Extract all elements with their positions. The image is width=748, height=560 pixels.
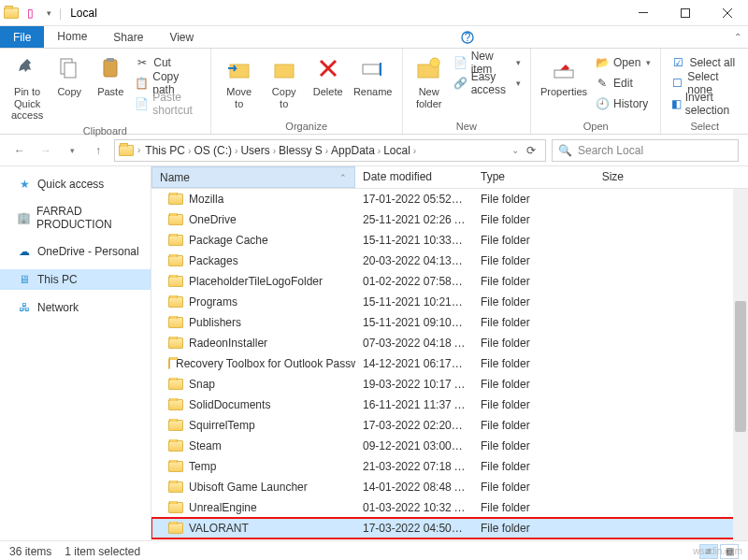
maximize-button[interactable] [664, 0, 706, 26]
table-row[interactable]: SquirrelTemp17-03-2022 02:20 PMFile fold… [151, 415, 748, 436]
table-row[interactable]: Package Cache15-11-2021 10:33 PMFile fol… [151, 230, 748, 251]
svg-rect-8 [230, 65, 249, 78]
easy-access-button[interactable]: 🔗Easy access▾ [453, 74, 521, 93]
table-row[interactable]: VALORANT17-03-2022 04:50 PMFile folder [151, 518, 748, 538]
copy-to-button[interactable]: Copy to [262, 51, 307, 119]
easy-access-icon: 🔗 [453, 76, 468, 91]
svg-rect-7 [107, 58, 114, 62]
select-none-button[interactable]: ☐Select none [670, 74, 739, 93]
column-type[interactable]: Type [473, 166, 567, 188]
move-to-button[interactable]: Move to [217, 51, 262, 119]
forward-button[interactable]: → [36, 140, 56, 161]
up-button[interactable]: ↑ [88, 140, 108, 161]
close-button[interactable] [706, 0, 748, 26]
table-row[interactable]: Snap19-03-2022 10:17 AMFile folder [151, 374, 748, 395]
network-icon: 🖧 [17, 300, 32, 315]
svg-rect-0 [639, 12, 648, 13]
table-row[interactable]: PlaceholderTileLogoFolder01-02-2022 07:5… [151, 271, 748, 292]
select-all-button[interactable]: ☑Select all [670, 53, 739, 72]
qat-item-icon[interactable]: ▯ [22, 5, 38, 22]
group-new: New folder 📄New item▾ 🔗Easy access▾ New [403, 49, 531, 134]
folder-icon [168, 399, 183, 410]
table-row[interactable]: Temp21-03-2022 07:18 AMFile folder [151, 456, 748, 477]
column-date[interactable]: Date modified [355, 166, 473, 188]
recent-locations-button[interactable]: ▾ [62, 140, 82, 161]
scrollbar[interactable] [733, 189, 748, 540]
help-button[interactable]: ? [453, 26, 482, 48]
svg-text:?: ? [464, 31, 470, 44]
svg-rect-1 [681, 8, 689, 17]
table-row[interactable]: OneDrive25-11-2021 02:26 AMFile folder [151, 209, 748, 230]
scrollbar-thumb[interactable] [735, 301, 746, 432]
qat-dropdown-icon[interactable]: ▾ [40, 5, 57, 22]
sidebar-quick-access[interactable]: ★Quick access [0, 174, 151, 194]
folder-icon [168, 523, 183, 534]
breadcrumb-segment[interactable]: OS (C:) [191, 144, 235, 157]
status-selected-count: 1 item selected [65, 545, 140, 558]
sidebar-network[interactable]: 🖧Network [0, 297, 151, 318]
copy-path-button[interactable]: 📋Copy path [135, 74, 200, 93]
edit-button[interactable]: ✎Edit [595, 74, 651, 93]
ribbon: Pin to Quick access Copy Paste ✂Cut 📋Cop… [0, 49, 748, 135]
pin-icon [12, 53, 42, 83]
copy-button[interactable]: Copy [49, 51, 90, 123]
table-row[interactable]: Mozilla17-01-2022 05:52 PMFile folder [151, 189, 748, 209]
tab-file[interactable]: File [0, 26, 44, 48]
open-button[interactable]: 📂Open▾ [595, 53, 651, 72]
new-folder-button[interactable]: New folder [409, 51, 450, 119]
address-bar[interactable]: › This PC›OS (C:)›Users›Blessy S›AppData… [114, 139, 546, 162]
sidebar-farrad[interactable]: 🏢FARRAD PRODUCTION [0, 202, 151, 234]
table-row[interactable]: Steam09-12-2021 03:00 PMFile folder [151, 436, 748, 456]
paste-shortcut-button[interactable]: 📄Paste shortcut [135, 94, 200, 113]
table-row[interactable]: Ubisoft Game Launcher14-01-2022 08:48 AM… [151, 477, 748, 497]
pin-to-quick-access-button[interactable]: Pin to Quick access [6, 51, 49, 123]
breadcrumb-segment[interactable]: This PC [142, 144, 188, 157]
table-row[interactable]: Programs15-11-2021 10:21 PMFile folder [151, 292, 748, 312]
rename-button[interactable]: Rename [350, 51, 396, 119]
column-size[interactable]: Size [567, 166, 632, 188]
breadcrumb-segment[interactable]: Users [237, 144, 272, 157]
refresh-button[interactable]: ⟳ [521, 144, 541, 157]
new-item-button[interactable]: 📄New item▾ [453, 53, 521, 72]
ribbon-collapse-button[interactable]: ⌃ [727, 26, 748, 48]
file-rows[interactable]: Mozilla17-01-2022 05:52 PMFile folderOne… [151, 189, 748, 540]
ribbon-tabs: File Home Share View ? ⌃ [0, 26, 748, 49]
address-dropdown-icon[interactable]: ⌄ [511, 145, 519, 155]
table-row[interactable]: Publishers15-11-2021 09:10 PMFile folder [151, 312, 748, 333]
invert-selection-button[interactable]: ◧Invert selection [670, 94, 739, 113]
table-row[interactable]: RadeonInstaller07-03-2022 04:18 AMFile f… [151, 333, 748, 353]
table-row[interactable]: VirtualStore15-11-2021 11:04 PMFile fold… [151, 538, 748, 540]
tab-share[interactable]: Share [100, 26, 156, 48]
folder-icon [168, 296, 183, 308]
cloud-icon: ☁ [17, 244, 32, 259]
paste-button[interactable]: Paste [90, 51, 131, 123]
svg-rect-10 [363, 65, 380, 74]
navigation-pane: ★Quick access 🏢FARRAD PRODUCTION ☁OneDri… [0, 166, 151, 540]
building-icon: 🏢 [17, 210, 31, 225]
table-row[interactable]: Packages20-03-2022 04:13 PMFile folder [151, 251, 748, 271]
properties-icon [549, 53, 579, 83]
column-name[interactable]: Name⌃ [151, 166, 355, 188]
minimize-button[interactable] [622, 0, 664, 26]
folder-icon [168, 214, 183, 225]
breadcrumb-segment[interactable]: AppData [328, 144, 378, 157]
table-row[interactable]: Recovery Toolbox for Outlook Password14-… [151, 353, 748, 374]
breadcrumb-segment[interactable]: Local [381, 144, 413, 157]
tab-view[interactable]: View [156, 26, 207, 48]
folder-app-icon [3, 5, 20, 22]
move-to-icon [224, 53, 254, 83]
search-input[interactable]: 🔍 Search Local [552, 139, 739, 162]
table-row[interactable]: UnrealEngine01-03-2022 10:32 AMFile fold… [151, 497, 748, 518]
history-button[interactable]: 🕘History [595, 94, 651, 113]
properties-button[interactable]: Properties [537, 51, 591, 119]
breadcrumb-segment[interactable]: Blessy S [276, 144, 325, 157]
sidebar-onedrive[interactable]: ☁OneDrive - Personal [0, 241, 151, 262]
copy-icon [54, 53, 84, 83]
chevron-right-icon[interactable]: › [413, 146, 416, 156]
table-row[interactable]: SolidDocuments16-11-2021 11:37 AMFile fo… [151, 395, 748, 415]
sidebar-this-pc[interactable]: 🖥This PC [0, 269, 151, 290]
delete-button[interactable]: Delete [307, 51, 350, 119]
cut-button[interactable]: ✂Cut [135, 53, 200, 72]
back-button[interactable]: ← [9, 140, 30, 161]
tab-home[interactable]: Home [44, 26, 100, 48]
